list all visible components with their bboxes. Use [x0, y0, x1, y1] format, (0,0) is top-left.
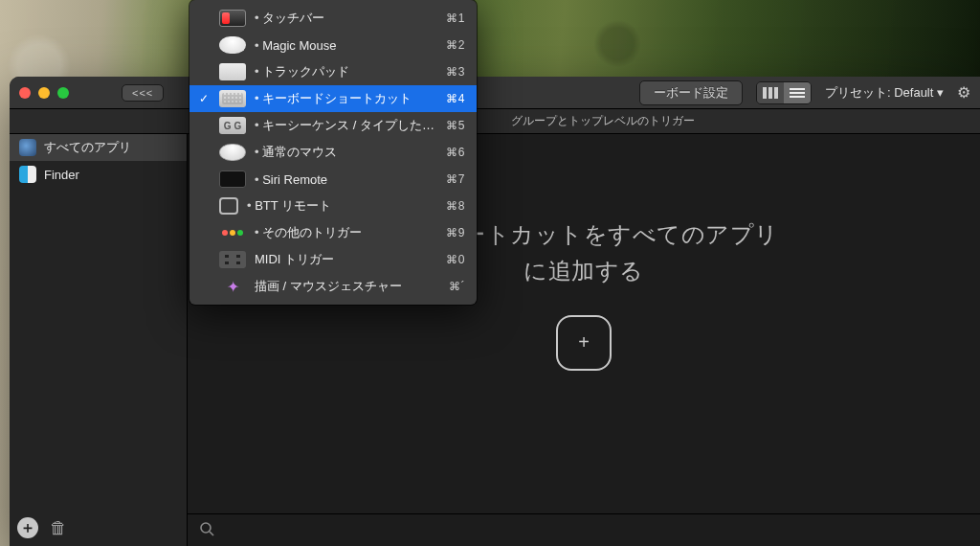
dropdown-item-gestures[interactable]: ✦ 描画 / マウスジェスチャー ⌘´ — [189, 273, 477, 300]
titlebar: <<< ーボード設定 プリセット: Default ▾ ⚙︎ — [10, 77, 980, 109]
plus-icon: + — [578, 331, 590, 353]
close-window-button[interactable] — [19, 87, 31, 99]
svg-rect-2 — [774, 87, 778, 99]
dropdown-item-label: キーシーケンス / タイプした単語 — [255, 117, 437, 134]
dropdown-item-label: BTT リモート — [247, 197, 437, 215]
app-window: <<< ーボード設定 プリセット: Default ▾ ⚙︎ グループとトップレ… — [10, 77, 980, 546]
dropdown-item-label: 描画 / マウスジェスチャー — [255, 278, 440, 295]
preset-label: プリセット: Default — [825, 85, 933, 100]
view-mode-list[interactable] — [784, 82, 811, 103]
magic-mouse-icon — [219, 36, 246, 54]
view-mode-segmented[interactable] — [756, 81, 812, 104]
search-icon[interactable] — [199, 521, 214, 540]
sidebar-footer: ＋ 🗑 — [10, 510, 187, 546]
sidebar: すべてのアプリ Finder ＋ 🗑 — [10, 134, 188, 546]
dropdown-item-trackpad[interactable]: トラックパッド ⌘3 — [189, 58, 477, 85]
key-sequence-icon: G G — [219, 117, 246, 134]
preset-selector[interactable]: プリセット: Default ▾ — [825, 84, 944, 102]
keyboard-settings-button[interactable]: ーボード設定 — [639, 80, 743, 105]
trackpad-icon — [219, 63, 246, 80]
svg-rect-5 — [790, 96, 805, 98]
dropdown-item-label: その他のトリガー — [255, 224, 437, 241]
add-trigger-button[interactable]: + — [556, 315, 612, 371]
touchbar-icon — [219, 10, 246, 27]
dropdown-item-shortcut: ⌘´ — [449, 280, 465, 293]
window-traffic-lights[interactable] — [19, 87, 69, 99]
dropdown-item-midi[interactable]: MIDI トリガー ⌘0 — [189, 246, 477, 273]
add-app-button[interactable]: ＋ — [17, 517, 38, 538]
dropdown-item-label: MIDI トリガー — [255, 251, 437, 268]
gear-icon[interactable]: ⚙︎ — [957, 83, 970, 102]
dropdown-item-label: キーボードショートカット — [255, 90, 437, 107]
zoom-window-button[interactable] — [57, 87, 69, 99]
dropdown-item-shortcut: ⌘6 — [446, 146, 465, 159]
globe-icon — [19, 139, 36, 156]
dropdown-item-shortcut: ⌘7 — [446, 172, 465, 186]
svg-point-6 — [201, 523, 211, 533]
finder-icon — [19, 166, 36, 183]
svg-rect-3 — [790, 88, 805, 90]
siri-remote-icon — [219, 171, 246, 188]
dropdown-item-label: Siri Remote — [255, 172, 437, 187]
sidebar-item-label: Finder — [44, 168, 79, 182]
column-header: グループとトップレベルのトリガー — [10, 109, 980, 134]
dropdown-item-shortcut: ⌘8 — [446, 199, 465, 213]
other-triggers-icon — [219, 224, 246, 241]
dropdown-item-shortcut: ⌘2 — [446, 38, 465, 52]
check-icon: ✓ — [197, 92, 211, 105]
dropdown-item-magic-mouse[interactable]: Magic Mouse ⌘2 — [189, 32, 477, 58]
main-footer — [188, 513, 980, 546]
dropdown-item-label: 通常のマウス — [255, 144, 437, 161]
dropdown-item-btt-remote[interactable]: BTT リモート ⌘8 — [189, 193, 477, 219]
dropdown-item-key-sequences[interactable]: G G キーシーケンス / タイプした単語 ⌘5 — [189, 112, 477, 139]
keyboard-icon — [219, 90, 246, 107]
dropdown-item-label: Magic Mouse — [255, 38, 437, 53]
view-mode-columns[interactable] — [757, 82, 784, 103]
sidebar-item-finder[interactable]: Finder — [10, 161, 187, 188]
trash-icon[interactable]: 🗑 — [50, 518, 67, 538]
dropdown-item-normal-mouse[interactable]: 通常のマウス ⌘6 — [189, 139, 477, 166]
sidebar-item-all-apps[interactable]: すべてのアプリ — [10, 134, 187, 161]
mouse-icon — [219, 144, 246, 161]
dropdown-item-keyboard-shortcuts[interactable]: ✓ キーボードショートカット ⌘4 — [189, 85, 477, 112]
svg-rect-0 — [763, 87, 767, 99]
dropdown-item-shortcut: ⌘3 — [446, 65, 465, 79]
dropdown-item-shortcut: ⌘1 — [446, 11, 465, 25]
chevron-down-icon: ▾ — [937, 85, 944, 100]
midi-icon — [219, 251, 246, 268]
dropdown-item-shortcut: ⌘4 — [446, 92, 465, 105]
dropdown-item-label: トラックパッド — [255, 63, 437, 80]
dropdown-item-touchbar[interactable]: タッチバー ⌘1 — [189, 5, 477, 32]
dropdown-item-siri-remote[interactable]: Siri Remote ⌘7 — [189, 166, 477, 193]
svg-line-7 — [210, 532, 213, 535]
dropdown-item-shortcut: ⌘5 — [446, 119, 465, 132]
btt-remote-icon — [219, 197, 238, 215]
dropdown-item-shortcut: ⌘0 — [446, 253, 465, 266]
dropdown-item-shortcut: ⌘9 — [446, 226, 465, 239]
gesture-icon: ✦ — [219, 278, 246, 295]
dropdown-item-label: タッチバー — [255, 10, 437, 27]
trigger-type-dropdown[interactable]: タッチバー ⌘1 Magic Mouse ⌘2 トラックパッド ⌘3 ✓ キーボ… — [189, 0, 477, 305]
sidebar-item-label: すべてのアプリ — [44, 139, 131, 156]
back-button[interactable]: <<< — [122, 84, 164, 102]
svg-rect-4 — [790, 92, 805, 94]
minimize-window-button[interactable] — [38, 87, 50, 99]
column-header-label: グループとトップレベルのトリガー — [511, 113, 695, 129]
svg-rect-1 — [768, 87, 772, 99]
dropdown-item-other-triggers[interactable]: その他のトリガー ⌘9 — [189, 219, 477, 246]
